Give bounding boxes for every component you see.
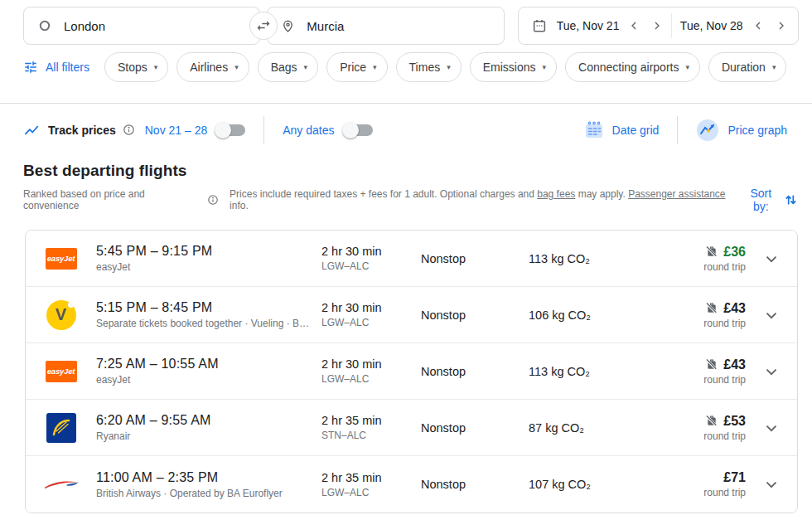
sort-by-button[interactable]: Sort by:: [741, 187, 797, 213]
filter-pill-emissions[interactable]: Emissions ▾: [470, 52, 557, 82]
price-graph-button[interactable]: Price graph: [696, 119, 787, 142]
trip-type: round trip: [703, 318, 746, 329]
flight-emissions: 107 kg CO₂: [529, 478, 678, 491]
all-filters-button[interactable]: All filters: [23, 60, 89, 75]
track-right: Date grid Price graph: [585, 116, 787, 144]
filter-pill-times[interactable]: Times ▾: [396, 52, 462, 82]
flight-row[interactable]: 11:00 AM – 2:35 PM British Airways · Ope…: [26, 456, 797, 513]
flight-duration: 2 hr 30 min: [321, 301, 421, 314]
return-date-prev-button[interactable]: [750, 17, 766, 34]
date-grid-button[interactable]: Date grid: [585, 121, 660, 138]
flight-row[interactable]: easyJet 7:25 AM – 10:55 AM easyJet 2 hr …: [26, 343, 797, 400]
filter-pill-airlines[interactable]: Airlines ▾: [176, 52, 249, 82]
expand-button[interactable]: [762, 250, 781, 268]
info-icon[interactable]: [207, 194, 219, 206]
filter-pill-connecting-airports[interactable]: Connecting airports ▾: [565, 52, 700, 82]
filter-pill-price[interactable]: Price ▾: [326, 52, 387, 82]
easyjet-logo: easyJet: [46, 248, 77, 270]
airline-logo-cell: V: [26, 300, 96, 330]
no-carry-on-icon: [705, 245, 718, 259]
filter-pill-bags[interactable]: Bags ▾: [258, 52, 318, 82]
price-cell: £43 round trip: [703, 357, 746, 386]
price-note: Prices include required taxes + fees for…: [230, 188, 741, 211]
flight-times: 7:25 AM – 10:55 AM: [96, 357, 321, 372]
logo-text: easyJet: [47, 254, 75, 263]
track-left: Track prices Nov 21 – 28 Any dates: [23, 116, 373, 144]
date-divider: [671, 13, 672, 38]
any-dates-toggle[interactable]: [345, 124, 373, 136]
price-cell: £71 round trip: [703, 470, 746, 498]
flight-emissions: 87 kg CO₂: [529, 421, 678, 435]
airline-logo-cell: [26, 479, 96, 490]
pill-label: Airlines: [190, 61, 228, 74]
track-prices-row: Track prices Nov 21 – 28 Any dates: [0, 104, 812, 156]
trip-type: round trip: [703, 430, 746, 442]
duration-cell: 2 hr 35 min STN–ALC: [321, 414, 421, 441]
trip-type: round trip: [703, 261, 746, 273]
results-header: Best departing flights Ranked based on p…: [0, 156, 812, 213]
price-cell: £43 round trip: [703, 301, 746, 329]
flight-row[interactable]: easyJet 5:45 PM – 9:15 PM easyJet 2 hr 3…: [26, 231, 797, 287]
results-notes: Ranked based on price and convenience Pr…: [23, 188, 741, 211]
swap-horiz-icon: [255, 17, 272, 34]
chevron-down-icon: [762, 475, 781, 493]
expand-button[interactable]: [762, 419, 781, 437]
airline-logo-cell: easyJet: [26, 361, 96, 382]
logo-text: V: [56, 305, 66, 324]
expand-button[interactable]: [762, 362, 781, 381]
pill-label: Stops: [118, 61, 147, 74]
bag-fees-link[interactable]: bag fees: [537, 188, 575, 200]
pill-label: Connecting airports: [578, 61, 679, 74]
swap-button[interactable]: [249, 12, 278, 40]
duration-cell: 2 hr 30 min LGW–ALC: [321, 245, 421, 272]
chevron-left-icon: [752, 19, 765, 32]
caret-down-icon: ▾: [154, 64, 158, 71]
pill-label: Duration: [722, 61, 766, 74]
vueling-logo: V: [46, 300, 76, 330]
flight-route: LGW–ALC: [321, 373, 421, 385]
ryanair-harp-icon: [51, 417, 72, 439]
flight-carriers: easyJet: [96, 374, 310, 386]
flight-times: 5:15 PM – 8:45 PM: [96, 300, 321, 315]
track-dates-toggle[interactable]: [217, 124, 245, 136]
filter-pill-stops[interactable]: Stops ▾: [104, 52, 168, 82]
info-icon[interactable]: [123, 124, 135, 136]
caret-down-icon: ▾: [543, 64, 547, 71]
depart-date-value: Tue, Nov 21: [557, 19, 620, 32]
caret-down-icon: ▾: [772, 64, 776, 71]
pill-label: Times: [409, 61, 441, 74]
flight-price: £43: [723, 301, 746, 316]
any-dates-label: Any dates: [283, 124, 334, 137]
passenger-assistance-link[interactable]: Passenger assistance: [628, 188, 725, 200]
destination-field[interactable]: Murcia: [267, 7, 504, 45]
trip-type: round trip: [703, 487, 746, 498]
vertical-divider: [677, 116, 678, 144]
filter-pill-duration[interactable]: Duration ▾: [708, 52, 786, 82]
flight-row[interactable]: 6:20 AM – 9:55 AM Ryanair 2 hr 35 min ST…: [26, 400, 797, 456]
origin-circle-icon: [37, 18, 52, 33]
ryanair-logo: [46, 413, 76, 443]
results-subheader: Ranked based on price and convenience Pr…: [23, 187, 797, 213]
depart-date-next-button[interactable]: [649, 17, 665, 34]
depart-date-prev-button[interactable]: [626, 17, 642, 34]
flight-carriers: Ryanair: [96, 430, 310, 442]
return-date-value: Tue, Nov 28: [680, 19, 743, 32]
ranked-note: Ranked based on price and convenience: [23, 188, 201, 211]
flight-row[interactable]: V 5:15 PM – 8:45 PM Separate tickets boo…: [26, 287, 797, 343]
flight-route: LGW–ALC: [321, 487, 421, 498]
caret-down-icon: ▾: [447, 64, 451, 71]
date-range-field[interactable]: Tue, Nov 21 Tue, Nov 28: [518, 7, 799, 45]
caret-down-icon: ▾: [373, 64, 377, 71]
expand-button[interactable]: [762, 475, 781, 493]
caret-down-icon: ▾: [685, 64, 689, 71]
pill-label: Price: [340, 61, 366, 74]
best-departing-flights-list: easyJet 5:45 PM – 9:15 PM easyJet 2 hr 3…: [25, 230, 798, 513]
price-cell: £36 round trip: [703, 245, 746, 273]
return-date-next-button[interactable]: [773, 17, 790, 34]
flight-carriers: easyJet: [96, 261, 310, 273]
flight-price: £71: [723, 470, 746, 485]
sort-by-label: Sort by:: [741, 187, 781, 213]
expand-button[interactable]: [762, 306, 781, 324]
flight-carriers: British Airways · Operated by BA Eurofly…: [96, 488, 310, 499]
origin-field[interactable]: London: [23, 7, 260, 45]
